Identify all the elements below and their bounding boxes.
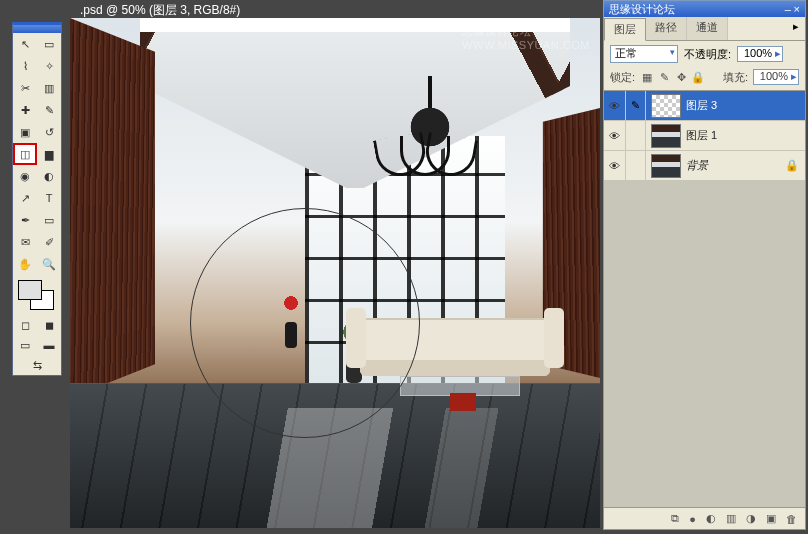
foreground-color-swatch[interactable]: [18, 280, 42, 300]
blend-mode-select[interactable]: 正常: [610, 45, 678, 63]
document-title: .psd @ 50% (图层 3, RGB/8#): [80, 2, 240, 19]
tab-通道[interactable]: 通道: [687, 17, 728, 40]
brush-tool[interactable]: ✎: [37, 99, 61, 121]
fill-input[interactable]: 100%: [753, 69, 799, 85]
jump-to-imageready-icon[interactable]: ⇆: [13, 355, 61, 375]
pen-tool[interactable]: ✒: [13, 209, 37, 231]
hand-tool[interactable]: ✋: [13, 253, 37, 275]
chandelier: [370, 76, 490, 186]
link-layers-icon[interactable]: ⧉: [671, 512, 679, 525]
layer-list: 👁✎图层 3👁图层 1👁背景🔒: [604, 91, 805, 507]
tab-图层[interactable]: 图层: [604, 18, 646, 41]
screen-mode-1-icon[interactable]: ▭: [13, 335, 37, 355]
document-canvas[interactable]: 思缘设计论坛 WWW.MISSYUAN.COM: [70, 18, 600, 528]
blur-tool[interactable]: ◉: [13, 165, 37, 187]
layers-panel: 思缘设计论坛 – × 图层路径通道▸ 正常 不透明度: 100% 锁定: ▦ ✎…: [603, 0, 806, 530]
zoom-tool[interactable]: 🔍: [37, 253, 61, 275]
link-column[interactable]: ✎: [626, 91, 646, 120]
lock-icon: 🔒: [785, 159, 799, 172]
toolbox-titlebar[interactable]: [13, 25, 61, 33]
screen-mode-2-icon[interactable]: ▬: [37, 335, 61, 355]
clone-stamp-tool[interactable]: ▣: [13, 121, 37, 143]
link-column[interactable]: [626, 151, 646, 180]
panel-titlebar[interactable]: 思缘设计论坛 – ×: [604, 1, 805, 17]
layer-name-label[interactable]: 图层 3: [686, 98, 805, 113]
type-tool[interactable]: T: [37, 187, 61, 209]
close-icon[interactable]: ×: [794, 3, 800, 15]
tab-路径[interactable]: 路径: [646, 17, 687, 40]
color-swatches: [13, 275, 61, 315]
floor-light-patch: [200, 408, 530, 528]
eyedropper-tool[interactable]: ✐: [37, 231, 61, 253]
panel-menu-icon[interactable]: ▸: [787, 17, 805, 40]
adjustment-layer-icon[interactable]: ◑: [746, 512, 756, 525]
left-wood-wall: [70, 18, 155, 398]
opacity-input[interactable]: 100%: [737, 46, 783, 62]
gradient-tool[interactable]: ▆: [37, 143, 61, 165]
layer-name-label[interactable]: 背景: [686, 158, 785, 173]
layers-panel-footer: ⧉●◐▥◑▣🗑: [604, 507, 805, 529]
slice-tool[interactable]: ▥: [37, 77, 61, 99]
fill-label: 填充:: [723, 70, 748, 85]
history-brush-tool[interactable]: ↺: [37, 121, 61, 143]
layer-mask-icon[interactable]: ◐: [706, 512, 716, 525]
path-select-tool[interactable]: ↗: [13, 187, 37, 209]
layer-thumbnail[interactable]: [651, 94, 681, 118]
healing-brush-tool[interactable]: ✚: [13, 99, 37, 121]
layer-row[interactable]: 👁✎图层 3: [604, 91, 805, 121]
layer-row[interactable]: 👁背景🔒: [604, 151, 805, 181]
notes-tool[interactable]: ✉: [13, 231, 37, 253]
lock-transparency-icon[interactable]: ▦: [640, 71, 654, 84]
red-box: [450, 393, 476, 411]
quickmask-mode-icon[interactable]: ◼: [37, 315, 61, 335]
lock-all-icon[interactable]: 🔒: [691, 71, 705, 84]
dodge-tool[interactable]: ◐: [37, 165, 61, 187]
opacity-label: 不透明度:: [684, 47, 731, 62]
visibility-toggle-icon[interactable]: 👁: [604, 91, 626, 120]
link-column[interactable]: [626, 121, 646, 150]
magic-wand-tool[interactable]: ✧: [37, 55, 61, 77]
rendered-image: 思缘设计论坛 WWW.MISSYUAN.COM: [70, 18, 600, 528]
eraser-tool[interactable]: ◫: [13, 143, 37, 165]
shape-tool[interactable]: ▭: [37, 209, 61, 231]
standard-mode-icon[interactable]: ◻: [13, 315, 37, 335]
visibility-toggle-icon[interactable]: 👁: [604, 151, 626, 180]
sofa: [360, 318, 550, 376]
lasso-tool[interactable]: ⌇: [13, 55, 37, 77]
layer-row[interactable]: 👁图层 1: [604, 121, 805, 151]
lock-label: 锁定:: [610, 70, 635, 85]
flowers-vase: [278, 293, 306, 348]
marquee-tool[interactable]: ▭: [37, 33, 61, 55]
visibility-toggle-icon[interactable]: 👁: [604, 121, 626, 150]
toolbox-panel: ↖▭⌇✧✂▥✚✎▣↺◫▆◉◐↗T✒▭✉✐✋🔍 ◻ ◼ ▭ ▬ ⇆: [12, 22, 62, 376]
panel-titlebar-text: 思缘设计论坛: [609, 2, 675, 17]
watermark-text: 思缘设计论坛 WWW.MISSYUAN.COM: [462, 24, 590, 51]
crop-tool[interactable]: ✂: [13, 77, 37, 99]
layer-name-label[interactable]: 图层 1: [686, 128, 805, 143]
lock-pixels-icon[interactable]: ✎: [657, 71, 671, 84]
minimize-icon[interactable]: –: [785, 3, 791, 15]
new-group-icon[interactable]: ▥: [726, 512, 736, 525]
lock-position-icon[interactable]: ✥: [674, 71, 688, 84]
delete-layer-icon[interactable]: 🗑: [786, 513, 797, 525]
move-tool[interactable]: ↖: [13, 33, 37, 55]
new-layer-icon[interactable]: ▣: [766, 512, 776, 525]
layer-thumbnail[interactable]: [651, 154, 681, 178]
layer-style-icon[interactable]: ●: [689, 513, 696, 525]
layer-thumbnail[interactable]: [651, 124, 681, 148]
